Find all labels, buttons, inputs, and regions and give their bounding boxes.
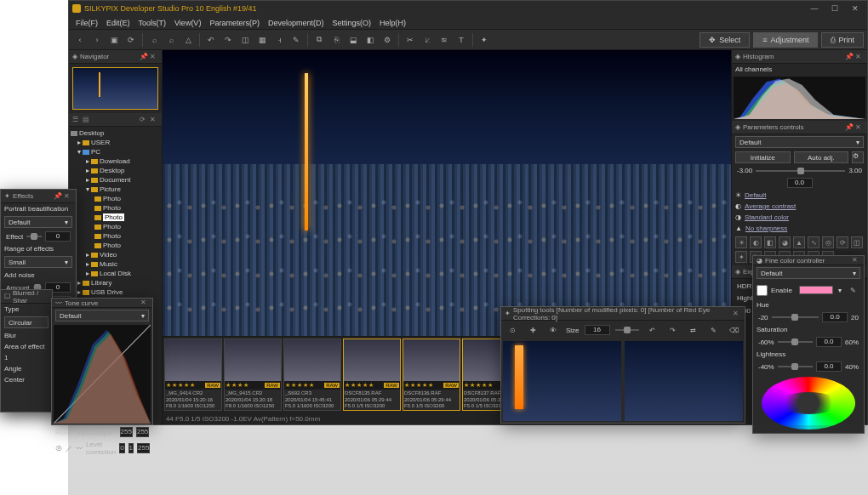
select-mode-button[interactable]: ✥ Select: [700, 32, 750, 48]
panel-close-icon[interactable]: ✕: [64, 192, 72, 201]
autoadj-button[interactable]: Auto adj.: [794, 151, 849, 163]
spot-icon[interactable]: ✦: [477, 32, 492, 48]
menu-edit[interactable]: Edit(E): [103, 19, 134, 27]
sat-value[interactable]: 0.0: [816, 337, 842, 347]
minimize-button[interactable]: —: [806, 3, 823, 14]
pin-icon[interactable]: 📌: [845, 123, 854, 132]
hue-slider[interactable]: [772, 316, 819, 318]
hue-value[interactable]: 0.0: [822, 312, 848, 322]
spotting-header[interactable]: ✦ Spotting tools [Number of modified pix…: [501, 307, 745, 321]
panel-close-icon[interactable]: ✕: [150, 116, 158, 124]
menu-help[interactable]: Help(H): [376, 19, 409, 27]
spot-size-slider[interactable]: [615, 329, 639, 331]
pin-icon[interactable]: 📌: [54, 192, 62, 201]
eyedropper2-icon[interactable]: ✎: [845, 282, 860, 298]
effects-preset-dropdown[interactable]: Default▾: [4, 216, 72, 228]
lig-value[interactable]: 0.0: [816, 361, 842, 372]
level-255[interactable]: 255: [137, 443, 150, 453]
level-icon[interactable]: ≋: [437, 32, 452, 48]
effects-header[interactable]: ✦ Effects📌✕: [1, 190, 76, 203]
type-dropdown[interactable]: Circular: [4, 316, 49, 328]
nr-icon[interactable]: ∿: [808, 236, 819, 248]
lig-slider[interactable]: [778, 366, 813, 367]
link-default[interactable]: Default: [745, 191, 766, 199]
tree-node-usb[interactable]: ▸ USB Drive: [71, 287, 160, 297]
output-value[interactable]: 255: [136, 427, 149, 437]
thumbnail-item[interactable]: ★★★★★RAW _MG_9414.CR22020/01/04 15:20:16…: [164, 339, 222, 411]
rotate-icon[interactable]: ⟳: [837, 236, 848, 248]
thumbnail-item[interactable]: ★★★★★RAW DSCF8136.RAF2020/01/06 05:29:44…: [403, 339, 460, 411]
tree-node-photo[interactable]: Photo: [71, 194, 160, 203]
menu-settings[interactable]: Settings(O): [328, 19, 374, 27]
forward-icon[interactable]: ›: [89, 32, 105, 48]
tree-node-photo[interactable]: Photo: [71, 222, 160, 231]
histogram-icon[interactable]: ⫞: [271, 32, 287, 48]
menu-development[interactable]: Development(D): [265, 19, 328, 27]
brush2-icon[interactable]: ✎: [705, 322, 721, 338]
tree-node-desktop2[interactable]: ▸ Desktop: [71, 166, 160, 175]
toggle-icon[interactable]: ⇄: [685, 322, 700, 338]
tree-node-picture[interactable]: ▾ Picture: [71, 185, 160, 194]
tonecurve-graph[interactable]: [54, 325, 151, 424]
print-mode-button[interactable]: ⎙ Print: [821, 32, 864, 48]
settings-icon[interactable]: ⚙: [380, 32, 395, 48]
crop2-icon[interactable]: ◫: [851, 236, 863, 248]
zoom-in-icon[interactable]: ⌕: [146, 32, 162, 48]
panel-close-icon[interactable]: ✕: [855, 123, 864, 132]
thumbnail-item[interactable]: ★★★★RAW _MG_9415.CR22020/01/04 15:20:18F…: [224, 339, 282, 411]
rotate-right-icon[interactable]: ↷: [220, 32, 236, 48]
text-icon[interactable]: T: [454, 32, 469, 48]
close-button[interactable]: ✕: [847, 3, 864, 14]
range-dropdown[interactable]: Small▾: [4, 256, 72, 268]
color-swatch[interactable]: [799, 286, 833, 294]
tree-node-music[interactable]: ▸ Music: [71, 259, 160, 269]
blur-header[interactable]: ☐ Blurred / Shar: [1, 290, 52, 304]
exposure-slider[interactable]: [756, 170, 845, 172]
adjustment-mode-button[interactable]: ≡ Adjustment: [753, 32, 818, 48]
image-viewer[interactable]: [163, 50, 731, 336]
thumbnail-item[interactable]: ★★★★★RAW DSCF8135.RAF2020/01/06 05:29:44…: [343, 339, 401, 411]
paste-icon[interactable]: ⎘: [328, 32, 344, 48]
lens-icon[interactable]: ◎: [822, 236, 834, 248]
pin-icon[interactable]: 📌: [140, 53, 148, 61]
refresh-tree-icon[interactable]: ⟳: [140, 116, 148, 124]
curve-smooth-icon[interactable]: 〰: [76, 441, 83, 456]
color-wheel[interactable]: [762, 377, 855, 430]
sat-slider[interactable]: [778, 341, 813, 343]
preset-dropdown[interactable]: Default▾: [735, 136, 864, 148]
tree-node-user[interactable]: ▸ USER: [71, 138, 160, 147]
zoom-out-icon[interactable]: ⌕: [163, 32, 179, 48]
tree-node-video[interactable]: ▸ Video: [71, 250, 160, 259]
wb-icon[interactable]: ◐: [750, 236, 762, 248]
menu-tools[interactable]: Tools(T): [135, 19, 170, 27]
level-0[interactable]: 0: [119, 443, 124, 453]
effect-value[interactable]: 0: [45, 231, 71, 242]
copy-icon[interactable]: ⧉: [311, 32, 327, 48]
undo-icon[interactable]: ↶: [644, 322, 660, 338]
clone-icon[interactable]: ⊙: [505, 322, 520, 338]
split-icon[interactable]: ◧: [363, 32, 378, 48]
tree-node-pc[interactable]: ▾ PC: [71, 147, 160, 156]
menu-view[interactable]: View(V): [171, 19, 204, 27]
link-color[interactable]: Standard color: [745, 213, 789, 221]
link-contrast[interactable]: Average contrast: [745, 202, 796, 210]
panel-close-icon[interactable]: ✕: [855, 53, 864, 61]
enable-checkbox[interactable]: [757, 285, 768, 296]
color-icon[interactable]: ◕: [779, 236, 791, 248]
panel-close-icon[interactable]: ✕: [852, 256, 860, 265]
curve-line-icon[interactable]: ／: [66, 441, 72, 456]
exposure-icon[interactable]: ☀: [735, 236, 747, 248]
sharp-icon[interactable]: ▲: [793, 236, 805, 248]
tonecurve-header[interactable]: 〰 Tone curve✕: [52, 299, 152, 308]
menu-parameters[interactable]: Parameters(P): [206, 19, 263, 27]
refresh-icon[interactable]: ⟳: [123, 32, 139, 48]
crop-tool-icon[interactable]: ✂: [403, 32, 418, 48]
initialize-button[interactable]: Initialize: [735, 151, 791, 163]
panel-close-icon[interactable]: ✕: [733, 310, 741, 318]
tree-node-download[interactable]: ▸ Download: [71, 156, 160, 166]
level-1[interactable]: 1: [128, 443, 134, 453]
erase-icon[interactable]: ⌫: [726, 322, 741, 338]
menu-file[interactable]: File(F): [72, 19, 101, 27]
panel-close-icon[interactable]: ✕: [140, 299, 149, 307]
curve-point-icon[interactable]: ⦿: [55, 441, 62, 456]
